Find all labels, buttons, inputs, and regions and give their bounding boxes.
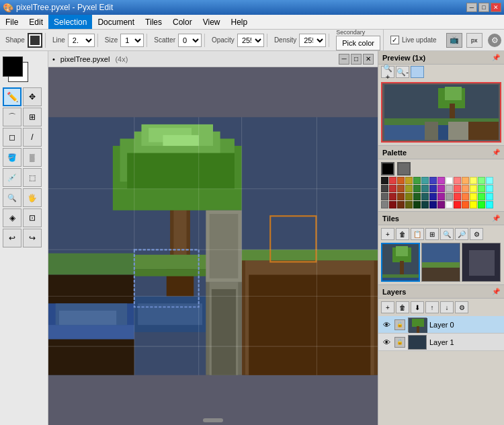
scatter-select[interactable]: 0 [178, 34, 202, 47]
selected-color[interactable] [381, 162, 394, 176]
palette-color[interactable] [462, 201, 469, 208]
tile-item-1[interactable] [421, 243, 460, 282]
menu-color[interactable]: Color [167, 15, 198, 29]
fill-tool[interactable]: 🪣 [3, 148, 22, 167]
tile-settings-button[interactable]: ⚙ [470, 228, 483, 240]
zoom-in-button[interactable]: 🔍+ [381, 66, 394, 78]
select-tool[interactable]: ⬚ [23, 168, 42, 187]
layer-lock-1[interactable]: 🔒 [394, 337, 405, 348]
palette-color[interactable] [429, 201, 437, 208]
canvas-viewport[interactable] [48, 67, 378, 425]
copy-tile-button[interactable]: 📋 [411, 228, 424, 240]
canvas-minimize-button[interactable]: ─ [339, 54, 349, 65]
arc-tool[interactable]: ⌒ [3, 108, 22, 126]
menu-tiles[interactable]: Tiles [140, 15, 167, 29]
palette-pin[interactable]: 📌 [492, 149, 500, 156]
move-tool[interactable]: ✥ [23, 87, 42, 106]
palette-color[interactable] [470, 193, 477, 200]
palette-color[interactable] [381, 185, 388, 192]
palette-color[interactable] [462, 177, 469, 184]
live-update-checkbox[interactable] [390, 36, 399, 44]
tile-item-0[interactable] [381, 243, 420, 282]
undo-tool[interactable]: ↩ [3, 229, 22, 247]
tile-item-2[interactable] [462, 243, 501, 282]
canvas-scrollbar[interactable] [203, 418, 223, 422]
menu-document[interactable]: Document [92, 15, 140, 29]
menu-edit[interactable]: Edit [24, 15, 48, 29]
palette-color[interactable] [454, 201, 461, 208]
delete-layer-button[interactable]: 🗑 [396, 301, 409, 313]
zoom-out-tile-button[interactable]: 🔎 [455, 228, 468, 240]
layer-up-button[interactable]: ↑ [425, 301, 439, 313]
palette-color[interactable] [421, 185, 429, 192]
line-tool[interactable]: / [23, 128, 42, 147]
secondary-color[interactable] [397, 162, 411, 176]
palette-color[interactable] [437, 193, 445, 200]
palette-color[interactable] [470, 201, 477, 208]
palette-color[interactable] [389, 177, 396, 184]
opacity-select[interactable]: 255 [237, 34, 264, 47]
layer-down-button[interactable]: ↓ [440, 301, 454, 313]
tiles-pin[interactable]: 📌 [492, 215, 500, 222]
add-tile-button[interactable]: + [381, 228, 394, 240]
palette-color[interactable] [405, 185, 413, 192]
preview-pin[interactable]: 📌 [492, 54, 500, 61]
palette-color[interactable] [437, 177, 445, 184]
palette-color[interactable] [446, 185, 453, 192]
menu-help[interactable]: Help [225, 15, 253, 29]
redo-tool[interactable]: ↪ [23, 229, 42, 247]
palette-color[interactable] [397, 193, 405, 200]
rotate-tool[interactable]: ⊡ [23, 208, 42, 227]
palette-color[interactable] [486, 177, 493, 184]
line-select[interactable]: 2. [68, 34, 95, 47]
palette-color[interactable] [454, 185, 461, 192]
canvas-close-button[interactable]: ✕ [363, 54, 374, 65]
palette-color[interactable] [454, 177, 461, 184]
tile-view-button[interactable]: ⊞ [425, 228, 439, 240]
palette-color[interactable] [421, 177, 429, 184]
palette-color[interactable] [429, 193, 437, 200]
palette-color[interactable] [405, 193, 413, 200]
palette-color[interactable] [405, 177, 413, 184]
layer-lock-0[interactable]: 🔒 [394, 319, 405, 330]
maximize-button[interactable]: □ [478, 3, 489, 12]
add-layer-button[interactable]: + [381, 301, 394, 313]
palette-color[interactable] [413, 201, 421, 208]
palette-color[interactable] [478, 177, 485, 184]
settings-button[interactable]: ⚙ [488, 34, 501, 47]
palette-color[interactable] [446, 177, 453, 184]
canvas-restore-button[interactable]: □ [351, 54, 362, 65]
palette-color[interactable] [446, 201, 453, 208]
palette-color[interactable] [486, 193, 493, 200]
delete-tile-button[interactable]: 🗑 [396, 228, 409, 240]
palette-color[interactable] [397, 177, 405, 184]
eyedropper-tool[interactable]: 💉 [3, 168, 22, 187]
color-picker-button[interactable]: Pick color [336, 36, 380, 50]
palette-color[interactable] [437, 185, 445, 192]
wand-tool[interactable]: ◈ [3, 208, 22, 227]
palette-color[interactable] [486, 201, 493, 208]
palette-color[interactable] [389, 185, 396, 192]
merge-layer-button[interactable]: ⬇ [411, 301, 424, 313]
layer-settings-button[interactable]: ⚙ [455, 301, 468, 313]
size-select[interactable]: 1 [120, 34, 144, 47]
palette-color[interactable] [381, 177, 388, 184]
layer-visibility-0[interactable]: 👁 [381, 319, 392, 330]
hand-tool[interactable]: 🖐 [23, 188, 42, 207]
palette-color[interactable] [429, 177, 437, 184]
layers-pin[interactable]: 📌 [492, 288, 500, 295]
layer-visibility-1[interactable]: 👁 [381, 337, 392, 348]
palette-color[interactable] [389, 193, 396, 200]
palette-color[interactable] [446, 193, 453, 200]
palette-color[interactable] [381, 193, 388, 200]
minimize-button[interactable]: ─ [466, 3, 477, 12]
palette-color[interactable] [470, 177, 477, 184]
shape-selector[interactable] [28, 33, 42, 48]
palette-color[interactable] [413, 177, 421, 184]
palette-color[interactable] [478, 185, 485, 192]
palette-color[interactable] [462, 185, 469, 192]
palette-color[interactable] [421, 201, 429, 208]
stamp-tool[interactable]: ⊞ [23, 108, 42, 126]
pencil-tool[interactable]: ✏️ [3, 87, 22, 106]
layer-item-0[interactable]: 👁 🔒 Layer 0 [378, 316, 504, 334]
